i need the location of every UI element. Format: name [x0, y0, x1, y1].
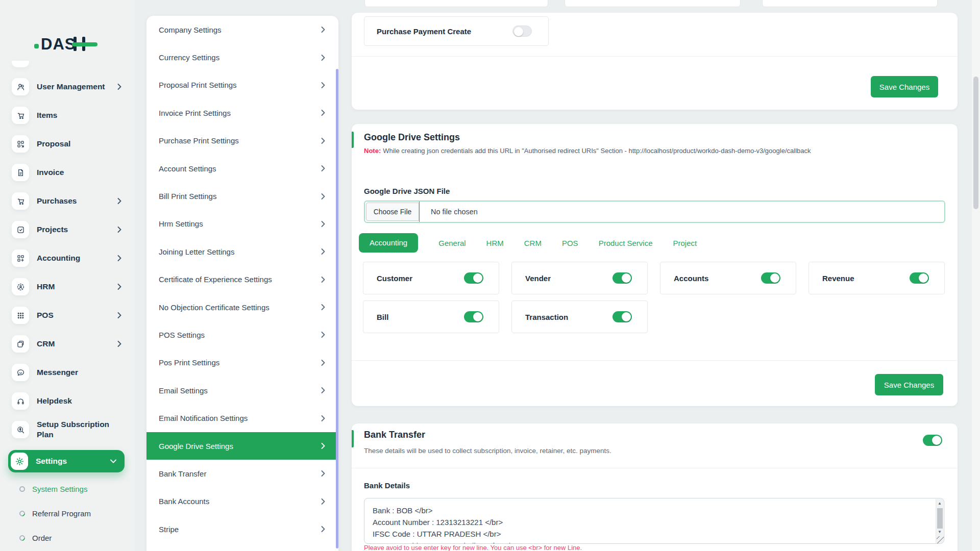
chevron-right-icon: [321, 138, 325, 144]
settings-nav-item[interactable]: Pos Print Settings: [146, 349, 338, 377]
bank-transfer-toggle[interactable]: [923, 435, 942, 446]
chat-icon: [12, 364, 29, 381]
module-toggle-switch[interactable]: [464, 311, 483, 322]
module-toggle-switch[interactable]: [612, 311, 632, 322]
gear-icon: [11, 453, 28, 470]
logo-green-dash: [72, 42, 97, 46]
module-toggle-card: Bill: [363, 300, 499, 333]
settings-nav-item[interactable]: Invoice Print Settings: [146, 99, 338, 127]
module-tab[interactable]: CRM: [524, 239, 542, 247]
scroll-down-icon[interactable]: ▼: [936, 528, 943, 535]
settings-nav-item[interactable]: POS Settings: [146, 321, 338, 348]
settings-nav-item[interactable]: Hrm Settings: [146, 210, 338, 238]
settings-nav-item[interactable]: Bank Accounts: [146, 488, 338, 515]
sidebar-item-projects[interactable]: Projects: [0, 215, 135, 244]
sidebar-item-crm[interactable]: CRM: [0, 330, 135, 358]
page-scrollbar[interactable]: [972, 0, 980, 551]
settings-nav-item[interactable]: No Objection Certificate Settings: [146, 293, 338, 321]
settings-nav-item[interactable]: Google Drive Settings: [146, 432, 338, 460]
sidebar-subitem-referral-program[interactable]: Referral Program: [0, 501, 135, 525]
chevron-right-icon: [117, 255, 121, 261]
save-changes-button[interactable]: Save Changes: [871, 76, 938, 97]
module-toggle-switch[interactable]: [464, 272, 483, 284]
module-toggle-label: Customer: [377, 274, 412, 283]
resize-grip-icon[interactable]: [937, 536, 944, 543]
cart-icon: [12, 192, 29, 210]
settings-nav-item[interactable]: Email Settings: [146, 377, 338, 404]
settings-nav-item[interactable]: Currency Settings: [146, 43, 338, 71]
chevron-right-icon: [321, 55, 325, 61]
chevron-right-icon: [321, 415, 325, 421]
page-scrollbar-thumb[interactable]: [973, 77, 978, 209]
divider: [352, 468, 958, 468]
settings-sub-menu: System Settings Referral Program Order: [0, 477, 135, 550]
cutoff-input-1[interactable]: [364, 0, 548, 7]
module-tab[interactable]: HRM: [486, 239, 504, 247]
sidebar-item-settings[interactable]: Settings: [8, 450, 125, 472]
chevron-right-icon: [321, 193, 325, 199]
bank-details-textarea[interactable]: Bank : BOB </br> Account Number : 123132…: [364, 498, 944, 544]
chevron-right-icon: [321, 498, 325, 505]
sidebar-item-hrm[interactable]: HRM: [0, 272, 135, 301]
module-toggle-switch[interactable]: [612, 272, 632, 284]
module-toggle-card: Accounts: [660, 262, 796, 294]
sidebar-item-proposal[interactable]: Proposal: [0, 130, 135, 158]
settings-nav-item[interactable]: Bank Transfer: [146, 460, 338, 487]
google-drive-note: Note:While creating json credentials add…: [364, 147, 811, 155]
sidebar-subitem-order[interactable]: Order: [0, 525, 135, 550]
choose-file-button[interactable]: Choose File: [366, 203, 419, 221]
save-changes-button[interactable]: Save Changes: [875, 374, 943, 395]
module-tab[interactable]: General: [438, 239, 465, 247]
module-toggle-label: Bill: [377, 313, 388, 321]
sidebar-item-invoice[interactable]: Invoice: [0, 158, 135, 187]
brand-logo[interactable]: DAS: [34, 37, 136, 53]
module-tab[interactable]: POS: [562, 239, 578, 247]
module-tab[interactable]: Product Service: [599, 239, 653, 247]
headset-icon: [12, 392, 29, 410]
chevron-right-icon: [117, 84, 121, 90]
document-icon: [12, 164, 29, 181]
settings-nav-item[interactable]: Joining Letter Settings: [146, 238, 338, 265]
logo-text: DAS: [41, 35, 76, 54]
settings-nav-item[interactable]: Purchase Print Settings: [146, 127, 338, 155]
purchase-payment-create-box: Purchase Payment Create: [364, 16, 549, 46]
sidebar-item-purchases[interactable]: Purchases: [0, 187, 135, 215]
chevron-right-icon: [321, 526, 325, 532]
module-toggle-switch[interactable]: [910, 272, 929, 284]
settings-nav-item[interactable]: Bill Print Settings: [146, 182, 338, 210]
settings-panel-scrollbar[interactable]: [336, 69, 338, 548]
sidebar-item-user-management[interactable]: User Management: [0, 72, 135, 101]
sidebar-item-accounting[interactable]: Accounting: [0, 244, 135, 272]
search-dollar-icon: [12, 421, 29, 438]
module-toggle-grid: Customer Vender Accounts Revenue: [363, 262, 946, 333]
scroll-up-icon[interactable]: ▲: [936, 499, 943, 507]
sidebar-item-setup-subscription-plan[interactable]: Setup Subscription Plan: [0, 415, 135, 444]
sidebar-item-messenger[interactable]: Messenger: [0, 358, 135, 387]
sidebar-item-pos[interactable]: POS: [0, 301, 135, 330]
json-file-label: Google Drive JSON File: [364, 187, 450, 195]
module-tab[interactable]: Accounting: [359, 233, 418, 253]
module-tab[interactable]: Project: [673, 239, 697, 247]
sidebar-item-helpdesk[interactable]: Helpdesk: [0, 387, 135, 415]
settings-nav-item[interactable]: Proposal Print Settings: [146, 71, 338, 99]
purchase-payment-create-label: Purchase Payment Create: [377, 27, 471, 36]
google-drive-json-file-input[interactable]: Choose File No file chosen: [364, 201, 945, 223]
sidebar-item-items[interactable]: Items: [0, 101, 135, 130]
purchase-payment-create-toggle[interactable]: [512, 26, 532, 37]
sidebar-subitem-system-settings[interactable]: System Settings: [0, 477, 135, 501]
chevron-right-icon: [117, 284, 121, 290]
chevron-right-icon: [321, 332, 325, 338]
cutoff-input-3[interactable]: [762, 0, 938, 7]
cutoff-input-2[interactable]: [565, 0, 741, 7]
settings-nav-item[interactable]: Stripe: [146, 515, 338, 543]
settings-nav-item[interactable]: Email Notification Settings: [146, 404, 338, 432]
settings-nav-item[interactable]: Certificate of Experience Settings: [146, 266, 338, 293]
settings-nav-item[interactable]: Account Settings: [146, 155, 338, 182]
bank-details-label: Bank Details: [364, 481, 410, 490]
module-toggle-card: Revenue: [808, 262, 945, 294]
settings-nav-item[interactable]: Company Settings: [146, 16, 338, 43]
module-toggle-switch[interactable]: [761, 272, 780, 284]
chevron-right-icon: [321, 277, 325, 283]
sidebar: DAS User Management Items Proposal: [0, 0, 135, 551]
scrollbar-thumb[interactable]: [937, 508, 943, 529]
